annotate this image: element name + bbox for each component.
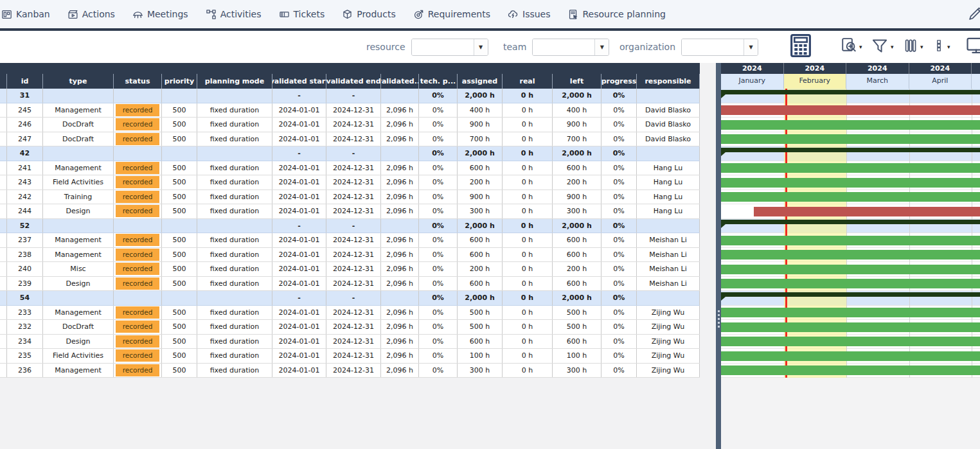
table-row[interactable]: 239Designrecorded500fixed duration2024-0…	[0, 277, 700, 292]
gantt-task-bar[interactable]	[754, 207, 980, 216]
table-row[interactable]: 241Managementrecorded500fixed duration20…	[0, 161, 700, 176]
column-header-type[interactable]: type	[43, 74, 114, 89]
gantt-task-bar[interactable]	[721, 337, 980, 346]
column-header-left[interactable]: left	[553, 74, 601, 89]
columns-button[interactable]: ▾	[904, 31, 923, 63]
resource-input[interactable]	[412, 39, 474, 55]
table-row[interactable]: 244Designrecorded500fixed duration2024-0…	[0, 204, 700, 219]
gantt-task-bar[interactable]	[721, 351, 980, 361]
column-header-responsible[interactable]: responsible	[637, 74, 700, 89]
cell-real: 0 h	[503, 306, 553, 320]
gantt-month-cell[interactable]: April	[909, 74, 972, 89]
dropdown-caret-icon[interactable]: ▾	[891, 44, 894, 50]
nav-item-requirements[interactable]: Requirements	[413, 9, 490, 20]
group-row[interactable]: 54--0%2,000 h0 h2,000 h0%	[0, 291, 700, 306]
gantt-task-bar[interactable]	[721, 178, 980, 188]
row-expander-cell	[0, 190, 7, 204]
cell-real: 0 h	[503, 233, 553, 247]
nav-item-actions[interactable]: Actions	[67, 9, 115, 20]
organization-dropdown-button[interactable]: ▼	[744, 39, 758, 55]
column-header-v_end[interactable]: validated end	[326, 74, 381, 89]
row-options-button[interactable]: ▾	[933, 31, 950, 63]
team-input[interactable]	[533, 39, 594, 55]
cell-tech: 0%	[419, 277, 458, 291]
gantt-task-bar[interactable]	[721, 120, 980, 130]
nav-item-meetings[interactable]: Meetings	[132, 9, 188, 20]
column-header-planning_mode[interactable]: planning mode	[197, 74, 272, 89]
table-row[interactable]: 246DocDraftrecorded500fixed duration2024…	[0, 118, 700, 132]
cell-responsible: Zijing Wu	[637, 320, 700, 334]
gantt-task-bar[interactable]	[721, 163, 980, 173]
group-row[interactable]: 31--0%2,000 h0 h2,000 h0%	[0, 89, 700, 103]
table-row[interactable]: 234Designrecorded500fixed duration2024-0…	[0, 335, 700, 349]
column-header-assigned[interactable]: assigned	[458, 74, 503, 89]
gantt-summary-bar[interactable]	[721, 292, 980, 297]
row-expander-cell	[0, 103, 7, 118]
nav-item-activities[interactable]: Activities	[206, 9, 262, 20]
gantt-summary-bar[interactable]	[721, 220, 980, 224]
table-row[interactable]: 236Managementrecorded500fixed duration20…	[0, 364, 700, 378]
column-header-progress[interactable]: progress	[601, 74, 637, 89]
column-header-priority[interactable]: priority	[162, 74, 197, 89]
table-row[interactable]: 235Field Activitiesrecorded500fixed dura…	[0, 349, 700, 364]
cell-planning_mode: fixed duration	[197, 277, 272, 291]
column-header-tech[interactable]: tech. p...	[419, 74, 458, 89]
group-row[interactable]: 52--0%2,000 h0 h2,000 h0%	[0, 219, 700, 234]
gantt-gridline	[972, 89, 972, 378]
calculator-button[interactable]	[790, 31, 812, 63]
table-row[interactable]: 243Field Activitiesrecorded500fixed dura…	[0, 175, 700, 190]
zoom-add-button[interactable]: ▾	[840, 31, 862, 63]
gantt-month-cell[interactable]: February	[784, 74, 847, 89]
table-row[interactable]: 233Managementrecorded500fixed duration20…	[0, 306, 700, 321]
dropdown-caret-icon[interactable]: ▾	[920, 44, 923, 50]
column-header-status[interactable]: status	[114, 74, 162, 89]
cell-status	[114, 219, 162, 233]
gantt-task-bar[interactable]	[721, 250, 980, 260]
cell-v_start: 2024-01-01	[272, 103, 326, 118]
table-row[interactable]: 232DocDraftrecorded500fixed duration2024…	[0, 320, 700, 335]
cell-real: 0 h	[503, 175, 553, 189]
cell-assigned: 700 h	[458, 132, 503, 146]
nav-item-kanban[interactable]: Kanban	[1, 9, 50, 20]
table-row[interactable]: 237Managementrecorded500fixed duration20…	[0, 233, 700, 248]
team-dropdown-button[interactable]: ▼	[594, 39, 609, 55]
column-header-v_start[interactable]: validated start	[272, 74, 326, 89]
table-row[interactable]: 242Trainingrecorded500fixed duration2024…	[0, 190, 700, 205]
cell-id: 245	[7, 103, 43, 118]
organization-input[interactable]	[682, 39, 744, 55]
gantt-task-bar[interactable]	[721, 265, 980, 274]
gantt-task-bar[interactable]	[721, 279, 980, 288]
gantt-task-bar[interactable]	[721, 365, 980, 375]
gantt-summary-bar[interactable]	[721, 90, 980, 94]
gantt-task-bar[interactable]	[721, 236, 980, 245]
table-row[interactable]: 238Managementrecorded500fixed duration20…	[0, 248, 700, 263]
gantt-task-bar[interactable]	[721, 105, 980, 115]
resource-dropdown-button[interactable]: ▼	[474, 39, 488, 55]
table-row[interactable]: 245Managementrecorded500fixed duration20…	[0, 103, 700, 118]
gantt-task-bar[interactable]	[721, 322, 980, 332]
column-header-id[interactable]: id	[7, 74, 43, 89]
gantt-task-bar[interactable]	[721, 308, 980, 317]
table-row[interactable]: 247DocDraftrecorded500fixed duration2024…	[0, 132, 700, 147]
dropdown-caret-icon[interactable]: ▾	[947, 44, 950, 50]
table-row[interactable]: 240Miscrecorded500fixed duration2024-01-…	[0, 262, 700, 277]
column-header-real[interactable]: real	[503, 74, 553, 89]
nav-item-tickets[interactable]: Tickets	[279, 9, 325, 20]
group-row[interactable]: 42--0%2,000 h0 h2,000 h0%	[0, 146, 700, 161]
nav-item-resource-planning[interactable]: Resource planning	[568, 9, 666, 20]
gantt-summary-bar[interactable]	[721, 148, 980, 152]
pencil-icon[interactable]	[968, 6, 980, 23]
filter-button[interactable]: ▾	[871, 31, 894, 63]
gantt-task-bar[interactable]	[721, 192, 980, 202]
gantt-month-cell[interactable]	[972, 74, 980, 89]
splitter[interactable]	[716, 63, 721, 449]
dropdown-caret-icon[interactable]: ▾	[859, 44, 862, 50]
gantt-task-bar[interactable]	[721, 134, 980, 144]
nav-item-issues[interactable]: Issues	[508, 9, 551, 20]
gantt-month-cell[interactable]: March	[846, 74, 909, 89]
column-header-v_dur[interactable]: validated...	[381, 74, 419, 89]
gantt-month-cell[interactable]: January	[721, 74, 784, 89]
nav-item-products[interactable]: Products	[342, 9, 395, 20]
cell-type: DocDraft	[43, 132, 114, 146]
monitor-button[interactable]	[967, 31, 980, 63]
